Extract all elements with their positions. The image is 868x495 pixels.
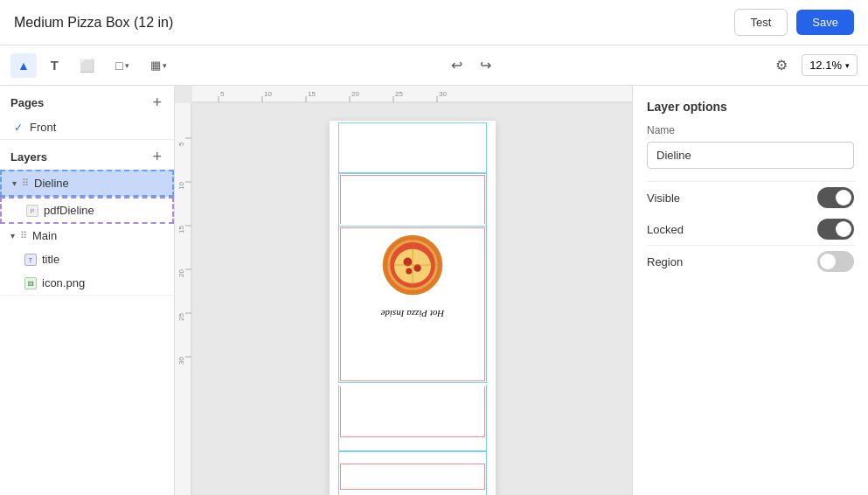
page-name: Front <box>30 121 56 134</box>
add-layer-button[interactable]: + <box>150 149 163 164</box>
box-inner-top <box>340 175 485 224</box>
layer-name-dieline: Dieline <box>34 177 69 190</box>
layer-name-pdfdieline: pdfDieline <box>44 204 94 217</box>
locked-slider <box>817 219 854 240</box>
main-layout: Pages + ✓ Front Layers + ▾ ⠿ Dieline P <box>0 86 868 495</box>
text-tool-button[interactable]: T <box>44 52 66 78</box>
svg-text:10: 10 <box>264 90 272 98</box>
image-layer-icon: 🖼 <box>24 277 37 289</box>
document-title: Medium Pizza Box (12 in) <box>14 15 173 31</box>
svg-rect-0 <box>192 86 632 103</box>
region-row: Region <box>647 246 854 277</box>
region-slider <box>817 251 854 272</box>
locked-row: Locked <box>647 213 854 245</box>
undo-redo-group: ↩ ↪ <box>444 52 498 79</box>
box-lower-inner <box>340 387 485 437</box>
visible-toggle[interactable] <box>817 187 854 208</box>
toolbar: ▲ T ⬜ □ ▾ ▦ ▾ ↩ ↪ ⚙ 12.1% ▾ <box>0 45 868 86</box>
page-check-icon: ✓ <box>14 122 23 134</box>
right-panel: Layer options Name Visible Locked <box>632 86 868 495</box>
shape-dropdown-icon: ▾ <box>125 61 129 70</box>
layer-item-icon-png[interactable]: 🖼 icon.png <box>0 271 174 295</box>
visible-slider <box>817 187 854 208</box>
layer-name-title: title <box>42 253 59 266</box>
undo-icon: ↩ <box>451 57 462 73</box>
header-actions: Test Save <box>734 9 854 36</box>
layer-name-icon-png: icon.png <box>42 276 85 289</box>
canvas-paper: Hot Pizza Inside <box>330 121 496 495</box>
layer-item-pdfdieline[interactable]: P pdfDieline <box>0 197 174 224</box>
layer-name-main: Main <box>32 229 57 242</box>
image-tool-button[interactable]: ⬜ <box>73 53 101 78</box>
region-toggle[interactable] <box>817 251 854 272</box>
save-button[interactable]: Save <box>796 10 854 35</box>
select-icon: ▲ <box>17 59 30 73</box>
svg-point-34 <box>406 268 412 275</box>
shape-tool-button[interactable]: □ ▾ <box>108 53 135 78</box>
layers-header: Layers + <box>0 140 174 170</box>
undo-button[interactable]: ↩ <box>444 52 469 79</box>
layers-label: Layers <box>10 150 47 164</box>
redo-icon: ↪ <box>480 57 491 73</box>
visible-row: Visible <box>647 182 854 213</box>
box-footer-inner <box>340 464 485 490</box>
zoom-dropdown-icon: ▾ <box>845 61 850 70</box>
pdf-file-icon: P <box>26 205 38 217</box>
visible-label: Visible <box>647 192 680 205</box>
svg-text:5: 5 <box>177 142 185 146</box>
layer-expand-icon: ▾ <box>12 178 17 188</box>
locked-toggle[interactable] <box>817 219 854 240</box>
svg-text:25: 25 <box>395 90 403 98</box>
shape-icon: □ <box>115 59 122 73</box>
zoom-control[interactable]: 12.1% ▾ <box>802 54 858 76</box>
add-page-button[interactable]: + <box>150 94 163 110</box>
layer-expand-icon-main: ▾ <box>10 231 15 241</box>
image-icon: ⬜ <box>80 59 94 73</box>
box-top-flap <box>338 122 487 173</box>
name-input[interactable] <box>647 142 854 169</box>
svg-text:25: 25 <box>177 313 185 321</box>
settings-button[interactable]: ⚙ <box>768 52 795 79</box>
name-field: Name <box>647 124 854 169</box>
zoom-value: 12.1% <box>809 59 842 72</box>
svg-point-33 <box>413 264 420 271</box>
layers-section: Layers + ▾ ⠿ Dieline P pdfDieline ▾ ⠿ Ma… <box>0 140 174 296</box>
svg-text:15: 15 <box>308 90 316 98</box>
barcode-dropdown-icon: ▾ <box>163 61 167 70</box>
pages-header: Pages + <box>0 86 174 115</box>
ruler-horizontal: 5 10 15 20 25 30 <box>192 86 632 103</box>
test-button[interactable]: Test <box>734 9 788 36</box>
svg-text:15: 15 <box>177 226 185 234</box>
layer-item-main[interactable]: ▾ ⠿ Main <box>0 224 174 248</box>
svg-rect-14 <box>175 103 192 495</box>
canvas-area[interactable]: 5 10 15 20 25 30 <box>175 86 632 495</box>
svg-text:20: 20 <box>177 269 185 277</box>
header: Medium Pizza Box (12 in) Test Save <box>0 0 868 45</box>
settings-icon: ⚙ <box>775 57 788 73</box>
select-tool-button[interactable]: ▲ <box>10 53 37 78</box>
text-layer-icon: T <box>24 254 37 266</box>
locked-label: Locked <box>647 223 684 236</box>
layer-drag-icon: ⠿ <box>22 178 29 189</box>
redo-button[interactable]: ↪ <box>473 52 498 79</box>
layer-item-title[interactable]: T title <box>0 248 174 271</box>
page-item-front[interactable]: ✓ Front <box>0 115 174 139</box>
canvas-content: Hot Pizza Inside <box>192 103 632 495</box>
layer-options-section: Layer options Name Visible Locked <box>647 100 854 277</box>
ruler-vertical: 5 10 15 20 25 30 <box>175 103 192 495</box>
barcode-icon: ▦ <box>150 59 161 72</box>
layer-drag-icon-main: ⠿ <box>20 230 27 241</box>
layer-options-title: Layer options <box>647 100 854 114</box>
text-icon: T <box>51 58 59 73</box>
barcode-tool-button[interactable]: ▦ ▾ <box>143 53 174 77</box>
layer-item-dieline[interactable]: ▾ ⠿ Dieline <box>0 170 174 197</box>
svg-text:30: 30 <box>177 357 185 365</box>
pages-section: Pages + ✓ Front <box>0 86 174 140</box>
pages-label: Pages <box>10 96 44 109</box>
name-label: Name <box>647 124 854 136</box>
svg-text:30: 30 <box>439 90 447 98</box>
svg-text:5: 5 <box>220 90 225 98</box>
svg-text:20: 20 <box>351 90 359 98</box>
region-label: Region <box>647 255 683 268</box>
pizza-image <box>382 234 443 296</box>
